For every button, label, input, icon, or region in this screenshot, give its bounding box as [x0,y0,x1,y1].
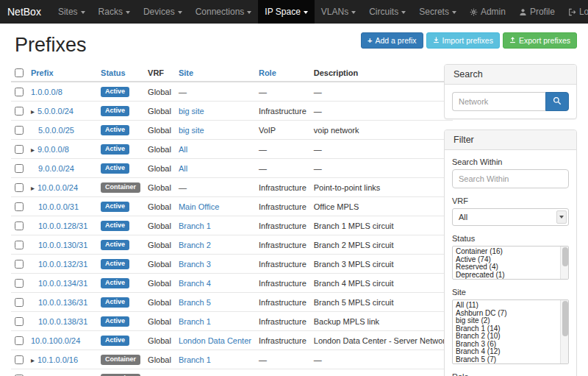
row-checkbox[interactable] [15,279,24,288]
site-link[interactable]: big site [179,126,204,135]
search-button[interactable] [545,92,569,111]
export-prefixes-label: Export prefixes [519,36,570,45]
action-buttons: + Add a prefix Import prefixes Export pr… [361,32,577,49]
row-checkbox[interactable] [15,88,24,96]
site-link[interactable]: Branch 4 [179,279,211,288]
status-option[interactable]: Container (16) [456,248,558,256]
profile-link[interactable]: Profile [512,0,562,24]
export-prefixes-button[interactable]: Export prefixes [503,32,577,49]
scrollbar[interactable] [560,246,568,279]
site-option[interactable]: Branch 5 (7) [456,356,558,364]
prefix-link[interactable]: 9.0.0.0/24 [38,164,74,173]
site-link[interactable]: Branch 5 [179,298,211,307]
nav-menu-item[interactable]: IP Space [258,0,314,24]
row-checkbox[interactable] [15,317,24,326]
import-prefixes-button[interactable]: Import prefixes [426,32,500,49]
logout-link[interactable]: Log out [562,0,588,24]
prefix-link[interactable]: 10.0.0.132/31 [38,260,87,269]
expand-caret-icon[interactable] [31,184,37,192]
role-cell: Infrastructure [255,312,310,331]
status-multiselect[interactable]: Container (16) Active (74) Reserved (4) … [452,246,569,280]
prefix-link[interactable]: 10.0.0.134/31 [38,279,87,288]
prefix-link[interactable]: 10.0.0.0/24 [37,183,78,192]
vrf-select[interactable]: All [452,208,569,226]
site-option[interactable]: Branch 2 (10) [456,333,558,341]
select-all-checkbox[interactable] [15,68,24,77]
row-checkbox[interactable] [15,221,24,230]
prefix-link[interactable]: 10.0.0.128/31 [38,221,87,230]
admin-link[interactable]: Admin [463,0,512,24]
column-header-status[interactable]: Status [97,64,144,82]
nav-menu-item[interactable]: Devices [137,0,189,24]
site-option[interactable]: CSO 1 (4) [456,363,558,364]
prefix-link[interactable]: 10.0.100.0/24 [31,336,80,345]
role-cell: Infrastructure [255,293,310,312]
nav-menu-item[interactable]: Sites [51,0,92,24]
prefix-link[interactable]: 1.0.0.0/8 [31,88,62,96]
site-option[interactable]: big site (2) [456,317,558,325]
nav-menu-item[interactable]: Secrets [412,0,463,24]
site-link[interactable]: Main Office [179,202,219,211]
site-link[interactable]: London Data Center [179,336,251,345]
nav-menu-item[interactable]: VLANs [315,0,362,24]
prefix-link[interactable]: 5.0.0.0/25 [38,126,74,135]
page-header: Prefixes + Add a prefix Import prefixes … [0,24,588,64]
row-checkbox[interactable] [15,107,24,116]
row-checkbox[interactable] [15,336,24,345]
chevron-down-icon [304,11,308,14]
site-link[interactable]: big site [179,107,204,116]
search-input[interactable] [452,92,545,111]
prefix-link[interactable]: 10.0.0.138/31 [38,317,87,326]
site-link[interactable]: — [179,183,187,192]
site-link[interactable]: Branch 1 [179,355,211,364]
row-checkbox[interactable] [15,126,24,135]
site-option[interactable]: Ashburn DC (7) [456,310,558,318]
row-checkbox[interactable] [15,183,24,192]
row-checkbox[interactable] [15,260,24,269]
site-link[interactable]: Branch 3 [179,260,211,269]
site-link[interactable]: Branch 1 [179,317,211,326]
status-option[interactable]: Deprecated (1) [456,272,558,280]
column-header-prefix[interactable]: Prefix [27,64,97,82]
nav-menu-item[interactable]: Connections [189,0,259,24]
status-option[interactable]: Reserved (4) [456,263,558,272]
site-multiselect[interactable]: All (11) Ashburn DC (7) big site (2) Bra… [452,299,569,364]
row-checkbox[interactable] [15,355,24,364]
site-option[interactable]: All (11) [456,302,558,310]
site-option[interactable]: Branch 1 (14) [456,325,558,333]
prefix-link[interactable]: 10.0.0.136/31 [38,298,87,307]
prefix-link[interactable]: 5.0.0.0/24 [37,107,74,116]
status-option[interactable]: Active (74) [456,256,558,264]
site-link[interactable]: — [179,88,187,96]
nav-menu-item[interactable]: Circuits [362,0,412,24]
prefix-link[interactable]: 10.1.0.0/16 [37,355,78,364]
expand-caret-icon[interactable] [31,107,37,116]
row-checkbox[interactable] [15,145,24,154]
netbox-brand[interactable]: NetBox [0,0,51,24]
prefix-link[interactable]: 10.0.0.130/31 [38,241,87,249]
add-prefix-button[interactable]: + Add a prefix [361,32,423,49]
row-checkbox[interactable] [15,298,24,307]
row-checkbox[interactable] [15,164,24,173]
row-checkbox[interactable] [15,202,24,211]
row-checkbox[interactable] [15,241,24,249]
search-within-input[interactable] [452,169,569,188]
site-link[interactable]: All [179,145,187,154]
column-header-site[interactable]: Site [175,64,255,82]
scrollbar[interactable] [560,300,568,363]
expand-caret-icon[interactable] [31,356,37,364]
prefix-link[interactable]: 9.0.0.0/8 [37,145,69,154]
table-row: 10.0.0.134/31 Active Global Branch 4 Inf… [11,274,453,293]
status-badge: Active [101,336,129,346]
expand-caret-icon[interactable] [31,146,37,154]
site-option[interactable]: Branch 4 (12) [456,348,558,356]
site-link[interactable]: All [179,164,187,173]
role-cell: Infrastructure [255,216,310,235]
nav-menu-item[interactable]: Racks [92,0,137,24]
site-option[interactable]: Branch 3 (6) [456,341,558,349]
site-link[interactable]: Branch 1 [179,221,211,230]
prefix-link[interactable]: 10.0.0.0/31 [38,202,79,211]
column-header-role[interactable]: Role [255,64,310,82]
sidebar: Search Filter Search Within VRF [444,64,577,376]
site-link[interactable]: Branch 2 [179,241,211,249]
